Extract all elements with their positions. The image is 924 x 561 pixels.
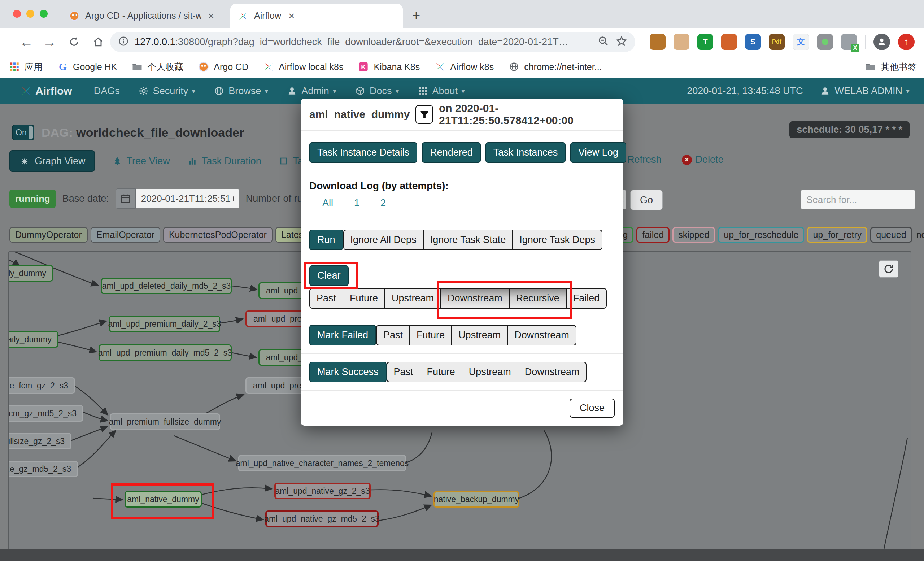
mark-failed-option-downstream[interactable]: Downstream <box>507 325 576 345</box>
run-option-ignore task deps[interactable]: Ignore Task Deps <box>512 230 602 250</box>
graph-node-_fullsize_gz_2_s3[interactable]: _fullsize_gz_2_s3 <box>8 433 72 450</box>
view-tab-tree-view[interactable]: Tree View <box>111 155 170 167</box>
view-tab-graph-view[interactable]: Graph View <box>9 150 95 172</box>
guide-extension-icon[interactable] <box>650 34 666 50</box>
mark-failed-option-past[interactable]: Past <box>376 325 410 345</box>
view-log-button[interactable]: View Log <box>570 142 626 163</box>
clear-button[interactable]: Clear <box>309 266 349 286</box>
download-attempt-2[interactable]: 2 <box>380 198 386 208</box>
nav-item-admin[interactable]: Admin▾ <box>286 85 336 97</box>
filter-upstream-icon[interactable] <box>416 105 433 124</box>
mark-success-option-downstream[interactable]: Downstream <box>518 362 587 382</box>
nav-item-browse[interactable]: Browse▾ <box>213 85 268 97</box>
rendered-button[interactable]: Rendered <box>422 142 481 163</box>
forward-icon[interactable]: → <box>40 33 58 51</box>
clear-option-past[interactable]: Past <box>309 288 343 309</box>
graph-node-llsize_gz_md5_2_s3[interactable]: llsize_gz_md5_2_s3 <box>8 460 78 477</box>
graph-node-llsize_fcm_gz_2_s3[interactable]: llsize_fcm_gz_2_s3 <box>8 377 75 394</box>
bookmark-item-3[interactable]: 个人收藏 <box>131 61 183 73</box>
graph-node-daily_dummy[interactable]: daily_dummy <box>8 331 58 348</box>
clipboard-extension-icon[interactable] <box>674 34 689 50</box>
view-tab-task-duration[interactable]: Task Duration <box>187 155 261 167</box>
graph-node-aml_upd_native_character_names_2_temenos[interactable]: aml_upd_native_character_names_2_temenos <box>238 455 406 471</box>
user-menu[interactable]: WELAB ADMIN ▾ <box>819 85 910 97</box>
proxy-extension-icon[interactable]: S <box>745 34 761 50</box>
browser-tab-argocd[interactable]: Argo CD - Applications / sit-wo × <box>62 4 226 28</box>
zoom-out-icon[interactable] <box>598 35 609 48</box>
bookmark-item-2[interactable]: GGoogle HK <box>57 61 117 72</box>
bookmark-item-8[interactable]: chrome://net-inter... <box>508 61 602 72</box>
back-icon[interactable]: ← <box>17 33 35 51</box>
download-attempt-all[interactable]: All <box>322 198 333 208</box>
browser-tab-airflow[interactable]: Airflow × <box>230 4 403 28</box>
bookmark-item-5[interactable]: Airflow local k8s <box>263 61 343 72</box>
airflow-brand[interactable]: Airflow <box>20 85 72 97</box>
graph-node-aml_upd_native_gz_md5_2_s3[interactable]: aml_upd_native_gz_md5_2_s3 <box>265 510 379 527</box>
graph-refresh-icon[interactable] <box>879 260 898 278</box>
reload-icon[interactable] <box>65 33 83 51</box>
fox-extension-icon[interactable] <box>721 34 737 50</box>
tab-close-icon[interactable]: × <box>208 10 214 22</box>
dag-pause-toggle[interactable]: On <box>12 124 34 140</box>
clear-option-future[interactable]: Future <box>342 288 385 309</box>
close-button[interactable]: Close <box>570 399 615 418</box>
mark-failed-option-upstream[interactable]: Upstream <box>451 325 508 345</box>
minimize-window-button[interactable] <box>26 10 34 18</box>
task-instances-button[interactable]: Task Instances <box>486 142 566 163</box>
graph-node-aily_dummy[interactable]: aily_dummy <box>8 265 53 282</box>
bookmark-item-1[interactable]: 应用 <box>9 61 43 73</box>
graph-node-aml_upd_premium_daily_md5_2_s3[interactable]: aml_upd_premium_daily_md5_2_s3 <box>99 344 232 361</box>
pdf-extension-icon[interactable]: Pdf <box>769 34 784 50</box>
graph-node-aml_native_dummy[interactable]: aml_native_dummy <box>124 491 202 508</box>
task-instance-details-button[interactable]: Task Instance Details <box>309 142 417 163</box>
recorder-extension-icon[interactable] <box>817 34 833 50</box>
maximize-window-button[interactable] <box>40 10 48 18</box>
translate-extension-icon[interactable]: 文 <box>793 34 809 50</box>
action-link-delete[interactable]: ×Delete <box>682 154 724 165</box>
download-attempt-1[interactable]: 1 <box>354 198 360 208</box>
clear-option-recursive[interactable]: Recursive <box>509 288 567 309</box>
mark-success-option-upstream[interactable]: Upstream <box>462 362 518 382</box>
graph-node-aml_upd_deleted_daily_md5_2_s3[interactable]: aml_upd_deleted_daily_md5_2_s3 <box>101 278 232 294</box>
home-icon[interactable] <box>89 33 107 51</box>
mark-success-button[interactable]: Mark Success <box>309 362 387 382</box>
nav-item-docs[interactable]: Docs▾ <box>354 85 399 97</box>
run-option-ignore all deps[interactable]: Ignore All Deps <box>343 230 424 250</box>
mark-success-option-past[interactable]: Past <box>387 362 420 382</box>
address-bar[interactable]: 127.0.0.1:30800/graph?dag_id=worldcheck_… <box>110 32 635 52</box>
nav-item-security[interactable]: Security▾ <box>138 85 196 97</box>
profile-avatar-icon[interactable] <box>873 34 890 50</box>
close-window-button[interactable] <box>13 10 21 18</box>
browser-update-icon[interactable]: ↑ <box>898 34 915 50</box>
nav-item-dags[interactable]: DAGs <box>94 86 120 97</box>
search-input[interactable] <box>801 190 915 209</box>
action-link-refresh[interactable]: Refresh <box>627 154 662 165</box>
bookmark-star-icon[interactable] <box>616 35 627 48</box>
new-tab-button[interactable]: + <box>412 8 420 24</box>
other-bookmarks[interactable]: 其他书签 <box>865 61 917 73</box>
run-option-ignore task state[interactable]: Ignore Task State <box>423 230 513 250</box>
clear-option-upstream[interactable]: Upstream <box>384 288 441 309</box>
graph-node-native_backup_dummy[interactable]: native_backup_dummy <box>434 491 519 508</box>
tab-close-icon[interactable]: × <box>288 10 295 22</box>
site-info-icon[interactable] <box>118 36 129 48</box>
bookmark-item-4[interactable]: Argo CD <box>198 61 248 72</box>
base-date-input[interactable] <box>136 189 239 208</box>
graph-node-aml_upd_premium_daily_2_s3[interactable]: aml_upd_premium_daily_2_s3 <box>109 315 220 332</box>
shield-extension-icon[interactable]: T <box>698 34 713 50</box>
mark-success-option-future[interactable]: Future <box>420 362 462 382</box>
run-button[interactable]: Run <box>309 230 343 250</box>
bookmark-item-6[interactable]: KKibana K8s <box>358 61 420 72</box>
graph-node-aml_premium_fullsize_dummy[interactable]: aml_premium_fullsize_dummy <box>110 413 220 430</box>
graph-node-ze_fcm_gz_md5_2_s3[interactable]: ze_fcm_gz_md5_2_s3 <box>8 405 83 422</box>
graph-node-aml_upd_native_gz_2_s3[interactable]: aml_upd_native_gz_2_s3 <box>274 483 370 499</box>
go-button[interactable]: Go <box>630 190 663 210</box>
bookmark-item-7[interactable]: Airflow k8s <box>434 61 494 72</box>
clear-option-failed[interactable]: Failed <box>566 288 607 309</box>
mark-failed-option-future[interactable]: Future <box>409 325 452 345</box>
nav-item-about[interactable]: About▾ <box>417 85 465 97</box>
globe-x-extension-icon[interactable]: X <box>841 34 857 50</box>
calendar-icon[interactable] <box>116 189 136 208</box>
clear-option-downstream[interactable]: Downstream <box>440 288 510 309</box>
mark-failed-button[interactable]: Mark Failed <box>309 325 376 345</box>
